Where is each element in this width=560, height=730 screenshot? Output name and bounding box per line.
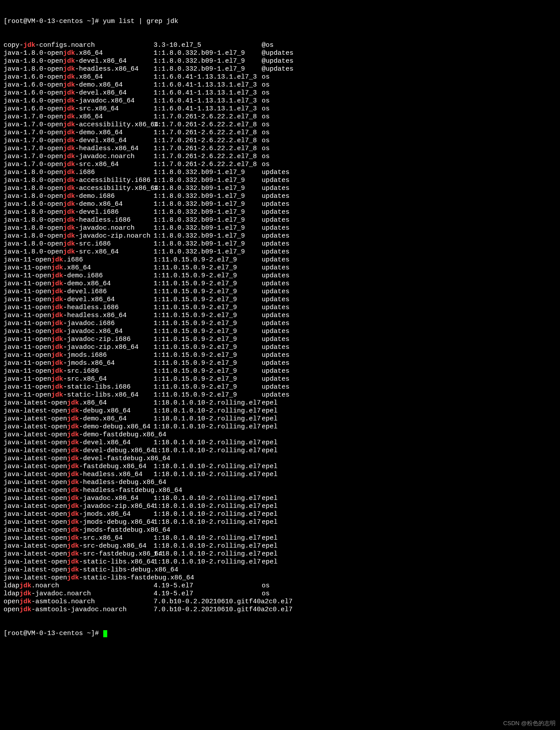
package-name: java-latest-openjdk-devel.x86_64 — [4, 439, 154, 447]
package-row: java-latest-openjdk-fastdebug.x86_641:18… — [4, 463, 556, 471]
package-prefix: java-11-open — [4, 375, 51, 383]
package-version: 1:18.0.1.0.10-2.rolling.el7 — [154, 423, 262, 431]
grep-match: jdk — [19, 606, 31, 613]
package-prefix: java-11-open — [4, 320, 51, 327]
package-row: java-11-openjdk-static-libs.x86_641:11.0… — [4, 391, 556, 399]
grep-match: jdk — [51, 288, 63, 295]
package-repo: os — [262, 73, 556, 81]
package-name: java-1.8.0-openjdk.x86_64 — [4, 49, 154, 57]
package-suffix: -headless.x86_64 — [63, 312, 127, 319]
package-prefix: java-latest-open — [4, 415, 67, 423]
package-row: copy-jdk-configs.noarch3.3-10.el7_5@os — [4, 42, 556, 49]
grep-match: jdk — [63, 129, 75, 136]
package-row: openjdk-asmtools.noarch7.0.b10-0.2.20210… — [4, 598, 556, 606]
package-row: java-11-openjdk.x86_641:11.0.15.0.9-2.el… — [4, 264, 556, 272]
package-repo: os — [262, 145, 556, 153]
package-name: java-1.8.0-openjdk.i686 — [4, 169, 154, 177]
package-name: java-1.7.0-openjdk.x86_64 — [4, 113, 154, 121]
grep-match: jdk — [63, 248, 75, 256]
package-version: 1:18.0.1.0.10-2.rolling.el7 — [154, 518, 262, 526]
package-version — [154, 431, 262, 439]
grep-match: jdk — [51, 256, 63, 264]
package-version: 1:1.8.0.332.b09-1.el7_9 — [154, 240, 262, 248]
package-repo: updates — [262, 328, 556, 336]
package-repo: epel — [262, 439, 556, 447]
package-suffix: -fastdebug.x86_64 — [79, 463, 147, 470]
package-prefix: ldap — [4, 582, 19, 590]
package-suffix: -javadoc-zip.i686 — [63, 336, 131, 343]
package-row: java-1.7.0-openjdk-headless.x86_641:1.7.… — [4, 145, 556, 153]
terminal-output[interactable]: [root@VM-0-13-centos ~]# yum list | grep… — [0, 0, 560, 647]
package-row: java-1.7.0-openjdk-src.x86_641:1.7.0.261… — [4, 161, 556, 169]
package-name: java-1.8.0-openjdk-devel.x86_64 — [4, 57, 154, 65]
package-repo: updates — [262, 248, 556, 256]
package-name: java-latest-openjdk-jmods.x86_64 — [4, 511, 154, 518]
grep-match: jdk — [67, 518, 79, 526]
package-prefix: java-1.6.0-open — [4, 81, 63, 89]
package-name: java-latest-openjdk-static-libs-fastdebu… — [4, 574, 154, 582]
package-prefix: java-11-open — [4, 352, 51, 359]
package-version: 1:1.6.0.41-1.13.13.1.el7_3 — [154, 81, 262, 89]
package-suffix: -src-fastdebug.x86_64 — [79, 550, 162, 558]
package-repo: updates — [262, 359, 556, 367]
package-repo: os — [262, 137, 556, 145]
package-row: java-latest-openjdk-devel-fastdebug.x86_… — [4, 455, 556, 463]
package-prefix: java-1.8.0-open — [4, 216, 63, 224]
package-suffix: -javadoc.x86_64 — [63, 328, 123, 335]
package-name: java-latest-openjdk-jmods-fastdebug.x86_… — [4, 526, 154, 534]
package-prefix: java-latest-open — [4, 503, 67, 510]
package-prefix: java-1.8.0-open — [4, 49, 63, 57]
package-repo: updates — [262, 208, 556, 216]
package-repo — [262, 479, 556, 487]
package-prefix: open — [4, 606, 19, 613]
package-version: 1:18.0.1.0.10-2.rolling.el7 — [154, 447, 262, 455]
package-name: java-latest-openjdk-fastdebug.x86_64 — [4, 463, 154, 471]
package-repo — [262, 606, 556, 614]
grep-match: jdk — [67, 542, 79, 550]
package-row: java-11-openjdk-static-libs.i6861:11.0.1… — [4, 383, 556, 391]
package-row: java-1.8.0-openjdk.i6861:1.8.0.332.b09-1… — [4, 169, 556, 177]
package-suffix: -javadoc.x86_64 — [75, 97, 135, 105]
package-suffix: .noarch — [31, 582, 59, 590]
grep-match: jdk — [67, 495, 79, 502]
package-row: java-1.7.0-openjdk-accessibility.x86_641… — [4, 121, 556, 129]
package-version: 1:18.0.1.0.10-2.rolling.el7 — [154, 399, 262, 407]
package-row: java-1.6.0-openjdk.x86_641:1.6.0.41-1.13… — [4, 73, 556, 81]
package-suffix: -static-libs.x86_64 — [63, 391, 139, 399]
package-name: ldapjdk.noarch — [4, 582, 154, 590]
package-name: java-1.7.0-openjdk-demo.x86_64 — [4, 129, 154, 137]
package-name: java-latest-openjdk.x86_64 — [4, 399, 154, 407]
package-row: java-1.6.0-openjdk-javadoc.x86_641:1.6.0… — [4, 97, 556, 105]
package-prefix: java-1.8.0-open — [4, 65, 63, 73]
package-name: openjdk-asmtools.noarch — [4, 598, 154, 606]
package-row: java-latest-openjdk-demo.x86_641:18.0.1.… — [4, 415, 556, 423]
grep-match: jdk — [67, 399, 79, 407]
package-row: java-1.8.0-openjdk-devel.x86_641:1.8.0.3… — [4, 57, 556, 65]
package-prefix: java-11-open — [4, 296, 51, 303]
package-row: java-latest-openjdk-src.x86_641:18.0.1.0… — [4, 534, 556, 542]
package-name: java-1.6.0-openjdk-javadoc.x86_64 — [4, 97, 154, 105]
package-version: 1:11.0.15.0.9-2.el7_9 — [154, 272, 262, 280]
package-version: 1:1.7.0.261-2.6.22.2.el7_8 — [154, 153, 262, 161]
package-name: java-11-openjdk-demo.x86_64 — [4, 280, 154, 288]
package-row: java-11-openjdk-jmods.x86_641:11.0.15.0.… — [4, 359, 556, 367]
package-prefix: java-11-open — [4, 359, 51, 367]
package-name: java-11-openjdk-demo.i686 — [4, 272, 154, 280]
package-prefix: java-latest-open — [4, 550, 67, 558]
package-prefix: java-1.8.0-open — [4, 169, 63, 176]
package-name: java-1.8.0-openjdk-src.x86_64 — [4, 248, 154, 256]
package-prefix: java-latest-open — [4, 423, 67, 431]
package-row: java-1.8.0-openjdk-javadoc-zip.noarch1:1… — [4, 232, 556, 240]
package-suffix: -javadoc-zip.x86_64 — [79, 503, 154, 510]
package-prefix: java-1.6.0-open — [4, 89, 63, 97]
package-row: java-11-openjdk-jmods.i6861:11.0.15.0.9-… — [4, 352, 556, 359]
package-name: java-latest-openjdk-headless-fastdebug.x… — [4, 487, 154, 495]
package-repo: os — [262, 590, 556, 598]
package-name: java-1.8.0-openjdk-accessibility.i686 — [4, 177, 154, 185]
package-name: java-latest-openjdk-src-fastdebug.x86_64 — [4, 550, 154, 558]
package-prefix: java-11-open — [4, 288, 51, 295]
package-version — [154, 487, 262, 495]
package-prefix: java-1.7.0-open — [4, 145, 63, 152]
package-suffix: -src.x86_64 — [75, 248, 119, 256]
package-version: 1:1.7.0.261-2.6.22.2.el7_8 — [154, 161, 262, 169]
